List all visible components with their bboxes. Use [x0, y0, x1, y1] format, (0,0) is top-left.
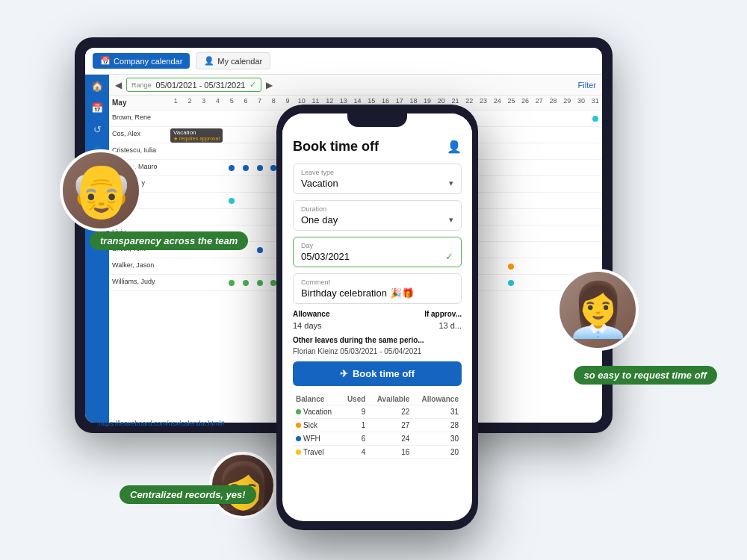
woman-face: 👩‍💼	[565, 279, 630, 340]
range-bar: ◀ Range 05/01/2021 - 05/31/2021 ✓ ▶ Filt…	[109, 75, 602, 96]
person-name: Williams, Judy	[109, 275, 169, 290]
dot	[257, 165, 263, 171]
home-icon[interactable]: 🏠	[91, 81, 103, 92]
allowance-value: 30	[412, 432, 462, 446]
available-value: 22	[368, 405, 412, 419]
person-name: Brown, Rene	[109, 111, 169, 126]
tab-my-label: My calendar	[217, 57, 262, 66]
allowance-value: 28	[412, 419, 462, 432]
chevron-down-icon: ▾	[449, 178, 453, 188]
allowance-col-header: Allowance	[412, 393, 462, 405]
used-value: 1	[341, 419, 368, 432]
phone-screen: Book time off 👤 Leave type Vacation ▾ Du…	[282, 113, 472, 521]
check-icon: ✓	[445, 251, 453, 262]
dot	[229, 165, 235, 171]
balance-label: Travel	[293, 446, 341, 459]
balance-label: Sick	[293, 419, 341, 432]
calendar-header: 📅 Company calendar 👤 My calendar	[85, 48, 602, 75]
day-28: 28	[546, 97, 560, 108]
allowance-value: 20	[412, 446, 462, 459]
day-23: 23	[477, 97, 491, 108]
allowance-header: Allowance If approv...	[293, 310, 462, 318]
calendar-icon: 📅	[100, 56, 111, 66]
calendar-nav-icon[interactable]: 📅	[91, 102, 103, 113]
day-5: 5	[225, 97, 239, 108]
available-col-header: Available	[368, 393, 412, 405]
balance-row: Travel 4 16 20	[293, 446, 462, 459]
balance-col-header: Balance	[293, 393, 341, 405]
book-header: Book time off 👤	[293, 139, 462, 155]
duration-field[interactable]: Duration One day ▾	[293, 200, 462, 231]
send-icon: ✈	[340, 368, 348, 379]
day-26: 26	[518, 97, 533, 108]
easy-label: so easy to request time off	[574, 366, 717, 385]
dot	[257, 247, 263, 253]
day-24: 24	[490, 97, 504, 108]
dot	[508, 280, 514, 286]
day-27: 27	[532, 97, 546, 108]
other-leaves-title: Other leaves during the same perio...	[293, 336, 462, 344]
day-1: 1	[169, 97, 183, 108]
range-input[interactable]: Range 05/01/2021 - 05/31/2021 ✓	[126, 78, 261, 92]
day-7: 7	[252, 97, 267, 108]
comment-label: Comment	[301, 279, 453, 286]
allowance-title: Allowance	[293, 310, 329, 318]
balance-row: Sick 1 27 28	[293, 419, 462, 432]
comment-field[interactable]: Comment Birthday celebration 🎉🎁	[293, 273, 462, 304]
dot	[229, 280, 235, 286]
man-face: 👴	[69, 160, 134, 221]
day-field[interactable]: Day 05/03/2021 ✓	[293, 237, 462, 267]
day-29: 29	[560, 97, 574, 108]
balance-table: Balance Used Available Allowance Vacatio…	[293, 393, 462, 459]
dot	[257, 280, 263, 286]
duration-label: Duration	[301, 205, 453, 213]
person-icon: 👤	[204, 56, 214, 66]
dot	[508, 264, 514, 270]
day-25: 25	[504, 97, 518, 108]
dot	[229, 198, 235, 204]
book-btn-label: Book time off	[353, 368, 415, 379]
book-time-off-button[interactable]: ✈ Book time off	[293, 361, 462, 386]
prev-arrow[interactable]: ◀	[115, 80, 122, 90]
day-30: 30	[574, 97, 589, 108]
other-leaves-detail: Florian Kleinz 05/03/2021 - 05/04/2021	[293, 347, 462, 355]
available-value: 16	[368, 446, 412, 459]
available-value: 27	[368, 419, 412, 432]
tab-company-calendar[interactable]: 📅 Company calendar	[93, 53, 190, 69]
allowance-section: Allowance If approv... 14 days 13 d...	[293, 310, 462, 330]
used-value: 6	[341, 432, 368, 446]
balance-row: WFH 6 24 30	[293, 432, 462, 446]
chevron-down-icon: ▾	[449, 215, 453, 225]
day-31: 31	[588, 97, 602, 108]
allowance-row: 14 days 13 d...	[293, 321, 462, 330]
month-label: May	[109, 97, 169, 108]
refresh-icon[interactable]: ↺	[93, 124, 102, 135]
dot	[243, 280, 249, 286]
day-6: 6	[239, 97, 253, 108]
balance-row: Vacation 9 22 31	[293, 405, 462, 419]
comment-value: Birthday celebration 🎉🎁	[301, 287, 453, 299]
phone-notch	[347, 113, 407, 127]
range-label: Range	[131, 81, 152, 89]
tab-my-calendar[interactable]: 👤 My calendar	[196, 52, 270, 69]
day-label: Day	[301, 242, 453, 249]
transparency-label: transparency across the team	[90, 231, 248, 250]
next-arrow[interactable]: ▶	[266, 80, 273, 90]
balance-label: Vacation	[293, 405, 341, 419]
allowance-days: 14 days	[293, 321, 322, 330]
person-name: Cos, Alex	[109, 127, 169, 143]
person-icon: 👤	[447, 140, 462, 154]
day-8: 8	[267, 97, 281, 108]
dot	[243, 165, 249, 171]
range-value: 05/01/2021 - 05/31/2021	[156, 81, 246, 90]
used-value: 4	[341, 446, 368, 459]
available-value: 24	[368, 432, 412, 446]
leave-type-field[interactable]: Leave type Vacation ▾	[293, 164, 462, 194]
balance-label: WFH	[293, 432, 341, 446]
day-4: 4	[211, 97, 225, 108]
dot	[592, 116, 598, 122]
day-value: 05/03/2021 ✓	[301, 251, 453, 262]
filter-button[interactable]: Filter	[578, 81, 596, 90]
person-name: Walker, Jason	[109, 258, 169, 274]
vacation-tooltip-label: Vacation	[173, 129, 220, 136]
